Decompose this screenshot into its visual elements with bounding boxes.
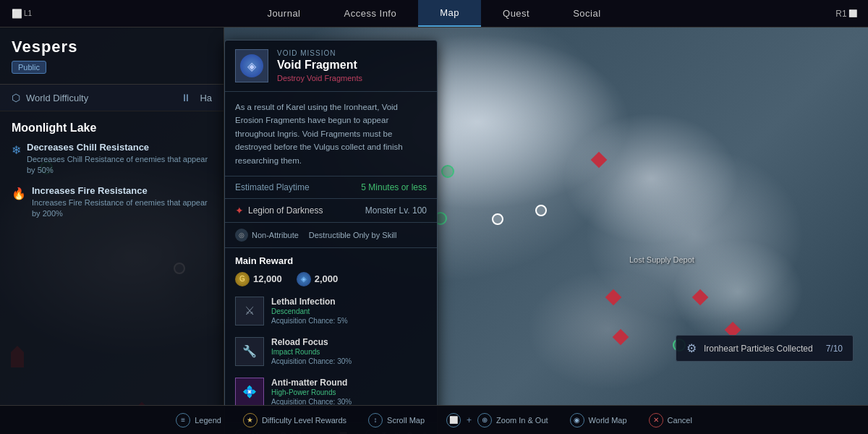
playtime-label: Estimated Playtime	[235, 182, 310, 192]
map-marker-white-2	[492, 213, 503, 225]
map-marker-1[interactable]	[593, 154, 605, 166]
mission-icon-box: ◈	[235, 49, 268, 82]
world-map-icon: ◉	[570, 413, 584, 427]
reward-item-2: 🔧 Reload Focus Impact Rounds Acquisition…	[235, 334, 427, 369]
reward-currency: G 12,000 ◈ 2,000	[235, 272, 427, 286]
scroll-map-action[interactable]: ↕ Scroll Map	[368, 413, 425, 427]
reward-item-3: 💠 Anti-matter Round High-Power Rounds Ac…	[235, 375, 427, 409]
mission-name: Void Fragment	[277, 59, 362, 72]
gold-currency: G 12,000	[235, 272, 282, 286]
l1-icon: ⬜	[12, 9, 22, 19]
world-map-label: World Map	[589, 416, 627, 425]
world-diff-icon: ⬡	[12, 92, 20, 103]
white-circle-icon	[535, 205, 547, 216]
fire-icon: 🔥	[12, 187, 26, 200]
attribute-item: ◎ Non-Attribute	[235, 229, 299, 242]
subtitle-row: Public	[12, 61, 212, 74]
item-thumb-3: 💠	[235, 378, 264, 407]
fire-title: Increases Fire Resistance	[32, 185, 212, 196]
mission-header: ◈ Void Mission Void Fragment Destroy Voi…	[225, 41, 437, 92]
item-chance-1: Acquisition Chance: 5%	[271, 317, 427, 325]
mission-popup: ◈ Void Mission Void Fragment Destroy Voi…	[224, 40, 438, 434]
circle-icon	[441, 165, 454, 178]
l1-label: L1	[24, 9, 32, 17]
diamond-icon	[591, 152, 608, 169]
cancel-label: Cancel	[668, 416, 692, 425]
nav-items: Journal Access Info Map Quest Social	[43, 0, 825, 27]
skill-note-label: Destructible Only by Skill	[309, 231, 397, 239]
item-thumb-2: 🔧	[235, 337, 264, 366]
cancel-icon: ✕	[649, 413, 663, 427]
blue-amount: 2,000	[315, 273, 339, 284]
item-thumb-1: ⚔	[235, 297, 264, 326]
ironheart-progress: 7/10	[826, 344, 843, 354]
mission-attributes: ◎ Non-Attribute Destructible Only by Ski…	[225, 223, 437, 248]
page-title: Vespers	[12, 38, 212, 56]
item-name-2: Reload Focus	[271, 337, 427, 347]
difficulty-rewards-action[interactable]: ★ Difficulty Level Rewards	[243, 413, 346, 427]
zoom-label: Zoom In & Out	[496, 416, 548, 425]
main-reward-section: Main Reward G 12,000 ◈ 2,000 ⚔ Lethal In…	[225, 248, 437, 422]
map-marker-white-3	[535, 205, 547, 216]
top-navigation: ⬜ L1 Journal Access Info Map Quest Socia…	[0, 0, 868, 27]
location-name: Moonlight Lake	[12, 122, 212, 135]
zoom-plus: +	[467, 415, 472, 425]
nav-quest[interactable]: Quest	[481, 0, 551, 27]
blue-currency-icon: ◈	[297, 272, 311, 286]
left-button[interactable]: ⬜ L1	[0, 0, 43, 27]
playtime-value: 5 Minutes or less	[361, 182, 427, 192]
mission-header-text: Void Mission Void Fragment Destroy Void …	[277, 49, 362, 82]
world-map-action[interactable]: ◉ World Map	[570, 413, 627, 427]
ironheart-panel: ⚙ Ironheart Particles Collected 7/10	[676, 335, 854, 362]
skill-note-item: Destructible Only by Skill	[309, 229, 397, 242]
public-badge: Public	[12, 61, 46, 74]
attribute-icon: ◎	[235, 229, 248, 242]
gold-amount: 12,000	[253, 273, 282, 284]
difficulty-label: Difficulty Level Rewards	[262, 416, 346, 425]
left-panel-header: Vespers Public	[0, 27, 224, 85]
nav-journal[interactable]: Journal	[245, 0, 322, 27]
white-circle-icon	[492, 213, 503, 225]
item-type-2: Impact Rounds	[271, 348, 427, 356]
faction-icon: ✦	[235, 205, 244, 216]
mission-subtitle: Destroy Void Fragments	[277, 74, 362, 82]
nav-social[interactable]: Social	[551, 0, 622, 27]
legend-action[interactable]: ≡ Legend	[176, 413, 221, 427]
zoom-action[interactable]: ⬜ + ⊕ Zoom In & Out	[446, 413, 548, 427]
fire-desc: Increases Fire Resistance of enemies tha…	[32, 197, 212, 220]
diamond-icon	[613, 329, 629, 346]
mission-type: Void Mission	[277, 49, 362, 57]
diamond-icon	[692, 289, 709, 306]
item-chance-2: Acquisition Chance: 30%	[271, 357, 427, 365]
bottom-bar: ≡ Legend ★ Difficulty Level Rewards ↕ Sc…	[0, 405, 868, 434]
scroll-map-icon: ↕	[368, 413, 383, 427]
item-info-1: Lethal Infection Descendant Acquisition …	[271, 297, 427, 325]
right-button[interactable]: R1 ⬜	[825, 0, 868, 27]
mission-description: As a result of Karel using the Ironheart…	[225, 92, 437, 176]
ironheart-label: Ironheart Particles Collected	[704, 344, 813, 354]
zoom-icon-2: ⊕	[477, 413, 492, 427]
chill-icon: ❄	[12, 143, 21, 157]
map-marker-3[interactable]	[694, 292, 706, 303]
chill-desc: Decreases Chill Resistance of enemies th…	[27, 154, 212, 176]
mission-icon: ◈	[240, 54, 263, 77]
difficulty-icon: ★	[243, 413, 258, 427]
mission-meta: ✦ Legion of Darkness Monster Lv. 100	[225, 199, 437, 223]
mission-playtime: Estimated Playtime 5 Minutes or less	[225, 176, 437, 199]
map-marker-circle-1[interactable]	[441, 165, 454, 178]
map-marker-4[interactable]	[727, 324, 739, 336]
blue-currency: ◈ 2,000	[297, 272, 339, 286]
nav-map[interactable]: Map	[418, 0, 481, 27]
nav-access-info[interactable]: Access Info	[323, 0, 419, 27]
monster-level: Monster Lv. 100	[365, 205, 427, 216]
zoom-icon-1: ⬜	[446, 413, 461, 427]
left-panel: Vespers Public ⬡ World Difficulty ⏸ Ha M…	[0, 27, 224, 405]
item-name-3: Anti-matter Round	[271, 378, 427, 388]
world-difficulty-bar[interactable]: ⬡ World Difficulty ⏸ Ha	[0, 85, 224, 111]
map-marker-5[interactable]	[615, 331, 626, 343]
chill-title: Decreases Chill Resistance	[27, 142, 212, 153]
map-marker-2[interactable]	[608, 292, 619, 303]
item-type-3: High-Power Rounds	[271, 388, 427, 396]
cancel-action[interactable]: ✕ Cancel	[649, 413, 692, 427]
item-name-1: Lethal Infection	[271, 297, 427, 307]
